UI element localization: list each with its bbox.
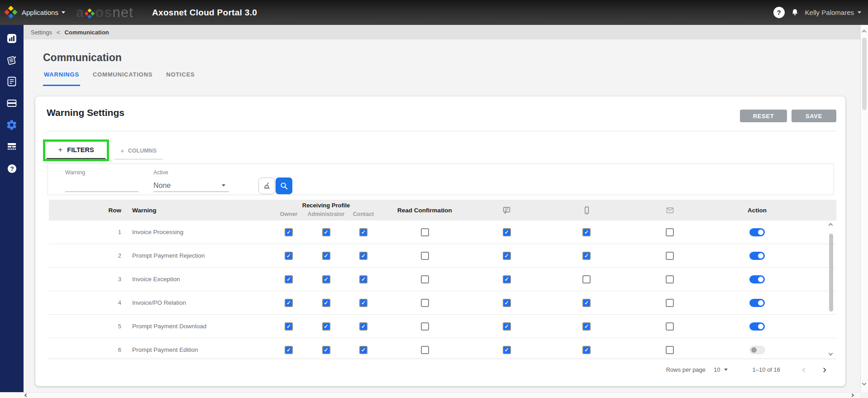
- row-warning: Invoice Exception: [121, 276, 271, 283]
- scroll-left-icon[interactable]: [24, 393, 28, 397]
- mail-checkbox[interactable]: [666, 252, 674, 260]
- mail-checkbox[interactable]: [666, 346, 674, 354]
- row-warning: Invoice/PO Relation: [121, 299, 271, 306]
- comment-checkbox[interactable]: [503, 299, 511, 307]
- notifications-bell-icon[interactable]: [790, 8, 800, 18]
- contact-checkbox[interactable]: [359, 228, 367, 236]
- administrator-checkbox[interactable]: [322, 228, 330, 236]
- contact-checkbox[interactable]: [359, 252, 367, 260]
- next-page-button[interactable]: ›: [823, 365, 826, 374]
- mail-checkbox[interactable]: [666, 299, 674, 307]
- phone-checkbox[interactable]: [582, 299, 591, 307]
- comment-checkbox[interactable]: [503, 228, 511, 236]
- help-button[interactable]: ?: [773, 7, 785, 18]
- reset-button[interactable]: RESET: [740, 110, 787, 122]
- page-tabs: WARNINGS COMMUNICATIONS NOTICES: [43, 68, 196, 86]
- administrator-checkbox[interactable]: [322, 346, 330, 354]
- tab-communications[interactable]: COMMUNICATIONS: [92, 68, 153, 86]
- administrator-checkbox[interactable]: [322, 275, 330, 283]
- scroll-up-icon[interactable]: [829, 223, 833, 228]
- owner-checkbox[interactable]: [285, 346, 293, 354]
- phone-checkbox[interactable]: [582, 228, 591, 236]
- applications-menu[interactable]: Applications: [22, 0, 65, 25]
- comment-checkbox[interactable]: [503, 346, 511, 354]
- sidebar-item-help[interactable]: ?: [0, 161, 24, 176]
- table-scrollbar-thumb[interactable]: [829, 234, 833, 312]
- sidebar-item-data-table[interactable]: [0, 139, 24, 154]
- search-button[interactable]: [276, 177, 292, 194]
- comment-checkbox[interactable]: [503, 252, 511, 260]
- active-toggle[interactable]: [749, 228, 765, 236]
- read-confirmation-checkbox[interactable]: [421, 228, 429, 236]
- contact-checkbox[interactable]: [359, 275, 367, 283]
- tab-notices[interactable]: NOTICES: [165, 68, 196, 86]
- administrator-checkbox[interactable]: [322, 299, 330, 307]
- table-row: 1 Invoice Processing: [49, 221, 836, 244]
- breadcrumb-parent[interactable]: Settings: [31, 29, 52, 36]
- read-confirmation-checkbox[interactable]: [421, 346, 429, 354]
- contact-checkbox[interactable]: [359, 299, 367, 307]
- owner-checkbox[interactable]: [285, 275, 293, 283]
- owner-checkbox[interactable]: [285, 228, 293, 236]
- phone-checkbox[interactable]: [582, 275, 591, 283]
- scroll-down-icon[interactable]: [829, 351, 833, 356]
- row-number: 6: [49, 346, 121, 353]
- mail-checkbox[interactable]: [666, 275, 674, 283]
- col-header-receiving-profile: Receiving Profile Owner Administrator Co…: [271, 202, 382, 217]
- scroll-up-icon[interactable]: [862, 30, 867, 34]
- owner-checkbox[interactable]: [285, 322, 293, 331]
- credit-card-icon: [6, 98, 17, 109]
- sidebar-item-settings[interactable]: [0, 117, 24, 133]
- chevron-down-icon: [724, 369, 728, 371]
- filters-tab[interactable]: + FILTERS: [47, 142, 105, 159]
- portal-title: Axosnet Cloud Portal 3.0: [152, 0, 257, 25]
- sidebar-item-documents[interactable]: [0, 74, 24, 89]
- comment-checkbox[interactable]: [503, 275, 511, 283]
- sidebar-item-requests[interactable]: [0, 53, 24, 68]
- table-scrollbar: [827, 222, 835, 358]
- contact-checkbox[interactable]: [359, 322, 367, 331]
- clear-filters-button[interactable]: [258, 177, 275, 194]
- active-toggle[interactable]: [749, 299, 765, 307]
- administrator-checkbox[interactable]: [322, 252, 330, 260]
- read-confirmation-checkbox[interactable]: [421, 275, 429, 283]
- save-button[interactable]: SAVE: [792, 110, 836, 122]
- warning-filter-input[interactable]: [65, 179, 138, 192]
- tab-warnings[interactable]: WARNINGS: [43, 68, 80, 86]
- phone-checkbox[interactable]: [582, 346, 591, 354]
- mail-checkbox[interactable]: [666, 228, 674, 236]
- col-header-phone: [545, 206, 628, 215]
- row-warning: Prompt Payment Edition: [121, 346, 271, 353]
- active-toggle[interactable]: [749, 275, 765, 283]
- scroll-right-icon[interactable]: [850, 393, 854, 397]
- contact-checkbox[interactable]: [359, 346, 367, 354]
- phone-checkbox[interactable]: [582, 322, 591, 331]
- active-filter-select[interactable]: None: [153, 179, 229, 192]
- scroll-down-icon[interactable]: [862, 381, 867, 386]
- page-scrollbar-thumb[interactable]: [862, 38, 867, 110]
- administrator-checkbox[interactable]: [322, 322, 330, 331]
- comment-checkbox[interactable]: [503, 322, 511, 331]
- clear-filters-icon: [262, 182, 272, 191]
- row-number: 4: [49, 299, 121, 306]
- previous-page-button[interactable]: ‹: [802, 365, 806, 374]
- table-header: Row Warning Receiving Profile Owner Admi…: [49, 200, 836, 221]
- active-toggle[interactable]: [749, 322, 765, 331]
- sidebar-item-payments[interactable]: [0, 96, 24, 111]
- active-toggle[interactable]: [749, 252, 765, 260]
- read-confirmation-checkbox[interactable]: [421, 299, 429, 307]
- rows-per-page-select[interactable]: 10: [714, 366, 727, 373]
- mail-checkbox[interactable]: [666, 322, 674, 331]
- owner-checkbox[interactable]: [285, 252, 293, 260]
- active-filter-label: Active: [153, 169, 168, 176]
- col-header-read-confirmation: Read Confirmation: [382, 207, 468, 214]
- axosnet-watermark: a os net: [76, 4, 134, 22]
- active-toggle[interactable]: [749, 346, 765, 354]
- owner-checkbox[interactable]: [285, 299, 293, 307]
- user-menu[interactable]: Kelly Palomares: [805, 9, 861, 16]
- sidebar-item-analytics[interactable]: [0, 31, 24, 46]
- read-confirmation-checkbox[interactable]: [421, 322, 429, 331]
- read-confirmation-checkbox[interactable]: [421, 252, 429, 260]
- phone-checkbox[interactable]: [582, 252, 591, 260]
- columns-tab[interactable]: + COLUMNS: [114, 142, 163, 159]
